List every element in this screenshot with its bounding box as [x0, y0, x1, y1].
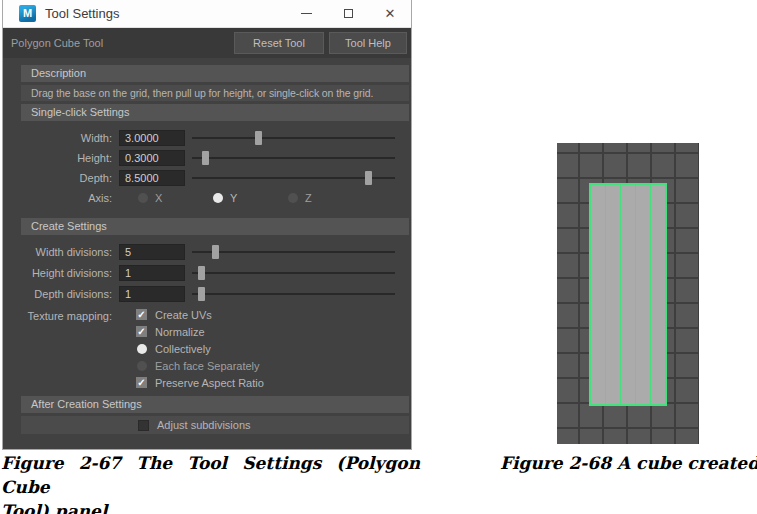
width-divisions-input[interactable]: [119, 244, 185, 260]
depth-divisions-input[interactable]: [119, 286, 185, 302]
create-uvs-option[interactable]: ✓ Create UVs: [136, 306, 264, 323]
tool-name-label: Polygon Cube Tool: [11, 37, 103, 49]
cube-face-column: [635, 185, 650, 404]
figure-2-68-caption: Figure 2-68 A cube created: [500, 451, 757, 475]
width-input[interactable]: [119, 130, 185, 146]
maximize-button[interactable]: [327, 0, 369, 27]
each-face-separately-label: Each face Separately: [155, 360, 260, 372]
each-face-separately-option[interactable]: Each face Separately: [136, 357, 264, 374]
depth-divisions-label: Depth divisions:: [3, 288, 116, 300]
description-text: Drag the base on the grid, then pull up …: [21, 85, 409, 101]
height-slider-handle[interactable]: [202, 151, 209, 165]
maximize-icon: [344, 9, 353, 18]
width-row: Width:: [3, 128, 411, 148]
depth-row: Depth:: [3, 168, 411, 188]
page: M Tool Settings ✕ Polygon Cube Tool Rese…: [0, 0, 757, 514]
normalize-option[interactable]: ✓ Normalize: [136, 323, 264, 340]
collectively-option[interactable]: Collectively: [136, 340, 264, 357]
minimize-icon: [301, 13, 312, 14]
height-input[interactable]: [119, 150, 185, 166]
axis-z-label: Z: [305, 192, 312, 204]
cube: [589, 183, 667, 406]
depth-divisions-slider-track[interactable]: [192, 293, 395, 295]
close-icon: ✕: [385, 6, 396, 21]
width-label: Width:: [3, 132, 116, 144]
width-divisions-slider[interactable]: [192, 245, 395, 259]
adjust-subdivisions-checkbox[interactable]: ✓: [138, 420, 149, 431]
width-divisions-slider-track[interactable]: [192, 251, 395, 253]
axis-y-radio[interactable]: [213, 193, 223, 203]
axis-z-option[interactable]: Z: [288, 192, 363, 204]
minimize-button[interactable]: [285, 0, 327, 27]
width-divisions-label: Width divisions:: [3, 246, 116, 258]
width-slider-track[interactable]: [192, 137, 395, 139]
cube-face-column: [620, 185, 635, 404]
axis-y-option[interactable]: Y: [213, 192, 288, 204]
check-icon: ✓: [137, 378, 145, 388]
window-title: Tool Settings: [45, 6, 119, 21]
depth-slider[interactable]: [192, 171, 395, 185]
tool-settings-window: M Tool Settings ✕ Polygon Cube Tool Rese…: [2, 0, 412, 450]
cube-face-column: [605, 185, 620, 404]
height-divisions-row: Height divisions:: [3, 262, 411, 283]
depth-label: Depth:: [3, 172, 116, 184]
height-divisions-slider-handle[interactable]: [198, 266, 205, 280]
figure-2-67-caption-line2: Tool) panel: [1, 499, 420, 514]
depth-divisions-slider[interactable]: [192, 287, 395, 301]
axis-row: Axis: X Y Z: [3, 188, 411, 208]
width-slider[interactable]: [192, 131, 395, 145]
texture-mapping-label: Texture mapping:: [3, 306, 116, 391]
preserve-aspect-ratio-checkbox[interactable]: ✓: [136, 377, 147, 388]
close-button[interactable]: ✕: [369, 0, 411, 27]
viewport-figure: [557, 143, 699, 444]
window-controls: ✕: [285, 0, 411, 27]
axis-x-option[interactable]: X: [138, 192, 213, 204]
create-uvs-checkbox[interactable]: ✓: [136, 309, 147, 320]
cube-face-column: [591, 185, 605, 404]
collectively-label: Collectively: [155, 343, 211, 355]
depth-divisions-slider-handle[interactable]: [198, 287, 205, 301]
figure-2-67-caption-line1: Figure 2-67 The Tool Settings (Polygon C…: [1, 451, 420, 499]
height-row: Height:: [3, 148, 411, 168]
height-divisions-slider[interactable]: [192, 266, 395, 280]
height-label: Height:: [3, 152, 116, 164]
preserve-aspect-ratio-option[interactable]: ✓ Preserve Aspect Ratio: [136, 374, 264, 391]
check-icon: ✓: [137, 327, 145, 337]
collectively-radio[interactable]: [137, 344, 147, 354]
axis-x-label: X: [155, 192, 162, 204]
axis-x-radio[interactable]: [138, 193, 148, 203]
adjust-subdivisions-label: Adjust subdivisions: [157, 419, 251, 431]
depth-divisions-row: Depth divisions:: [3, 283, 411, 304]
tool-help-button[interactable]: Tool Help: [329, 32, 407, 54]
reset-tool-button[interactable]: Reset Tool: [234, 32, 324, 54]
maya-app-icon: M: [19, 5, 36, 22]
height-slider-track[interactable]: [192, 157, 395, 159]
tool-settings-content: Description Drag the base on the grid, t…: [3, 58, 411, 434]
height-slider[interactable]: [192, 151, 395, 165]
height-divisions-label: Height divisions:: [3, 267, 116, 279]
texture-mapping-block: Texture mapping: ✓ Create UVs ✓ Normaliz…: [3, 306, 411, 391]
title-bar: M Tool Settings ✕: [3, 0, 411, 28]
width-divisions-slider-handle[interactable]: [212, 245, 219, 259]
width-divisions-row: Width divisions:: [3, 241, 411, 262]
normalize-label: Normalize: [155, 326, 205, 338]
width-slider-handle[interactable]: [255, 131, 262, 145]
adjust-subdivisions-option[interactable]: ✓ Adjust subdivisions: [21, 416, 409, 434]
preserve-aspect-ratio-label: Preserve Aspect Ratio: [155, 377, 264, 389]
height-divisions-slider-track[interactable]: [192, 272, 395, 274]
tool-header-bar: Polygon Cube Tool Reset Tool Tool Help: [3, 28, 411, 58]
axis-z-radio[interactable]: [288, 193, 298, 203]
create-uvs-label: Create UVs: [155, 309, 212, 321]
section-header-create-settings[interactable]: Create Settings: [21, 218, 409, 235]
depth-slider-handle[interactable]: [365, 171, 372, 185]
depth-input[interactable]: [119, 170, 185, 186]
axis-label: Axis:: [3, 192, 116, 204]
height-divisions-input[interactable]: [119, 265, 185, 281]
check-icon: ✓: [137, 310, 145, 320]
normalize-checkbox[interactable]: ✓: [136, 326, 147, 337]
section-header-description[interactable]: Description: [21, 65, 409, 82]
cube-face-column: [650, 185, 665, 404]
section-header-single-click-settings[interactable]: Single-click Settings: [21, 104, 409, 121]
each-face-separately-radio[interactable]: [137, 361, 147, 371]
section-header-after-creation-settings[interactable]: After Creation Settings: [21, 396, 409, 413]
